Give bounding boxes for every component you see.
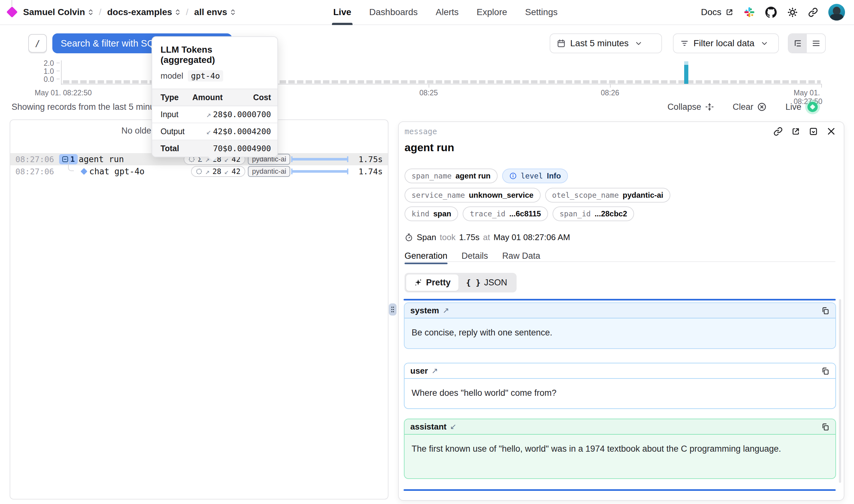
message-body: Where does "hello world" come from? [404, 379, 835, 408]
y-tick-0: 0.0 [35, 75, 54, 84]
collapse-box-icon [62, 156, 68, 162]
tab-alerts[interactable]: Alerts [436, 0, 459, 24]
x-label-start: May 01. 08:22:50 [35, 89, 92, 97]
y-axis-line [61, 60, 62, 85]
span-name: agent run [79, 155, 124, 164]
pill-span-name[interactable]: span_nameagent run [404, 168, 498, 183]
org-name: Samuel Colvin [23, 7, 85, 17]
duration-value: 1.74s [359, 167, 383, 176]
y-tick-mark [56, 71, 60, 71]
breadcrumb-org[interactable]: Samuel Colvin [23, 7, 93, 17]
output-arrow-icon: ↙ [224, 167, 229, 176]
logfire-app: Samuel Colvin / docs-examples / all envs… [0, 0, 854, 504]
collapse-button[interactable]: Collapse [668, 102, 714, 112]
y-tick-mark [56, 79, 60, 79]
x-tick-mark [429, 85, 429, 88]
output-arrow-icon: ↙ [206, 127, 211, 136]
attribute-pills-row-3: kindspan trace_id...6c8115 span_id...28c… [404, 206, 634, 221]
stopwatch-icon [404, 233, 413, 242]
pill-service-name[interactable]: service_nameunknown_service [404, 188, 541, 202]
token-coin-icon [196, 168, 202, 175]
chevron-updown-icon [231, 8, 235, 16]
braces-icon: { } [466, 278, 480, 287]
slack-icon[interactable] [744, 7, 755, 18]
chart-record-bar[interactable] [684, 65, 688, 84]
tab-generation[interactable]: Generation [404, 250, 448, 262]
role-label: user [410, 366, 428, 376]
pill-trace-id[interactable]: trace_id...6c8115 [462, 206, 548, 221]
span-name: chat gpt-4o [89, 167, 144, 176]
pretty-view-button[interactable]: Pretty [406, 274, 458, 291]
user-avatar[interactable] [828, 4, 845, 20]
pill-kind[interactable]: kindspan [404, 206, 458, 221]
col-cost: Cost [222, 89, 277, 106]
message-header: system ↗ [404, 303, 835, 319]
panel-resize-handle[interactable] [389, 303, 397, 316]
span-title: agent run [404, 141, 454, 154]
tab-live[interactable]: Live [333, 0, 351, 24]
copy-icon[interactable] [821, 422, 830, 431]
role-label: system [410, 306, 439, 316]
pill-span-id[interactable]: span_id...28cbc2 [552, 206, 634, 221]
copy-link-icon[interactable] [774, 127, 783, 136]
breadcrumb-env[interactable]: all envs [194, 7, 235, 17]
tree-view-button[interactable] [788, 34, 807, 53]
theme-sun-icon[interactable] [787, 7, 798, 18]
row-cost: $0.0004200 [222, 123, 277, 140]
github-icon[interactable] [765, 6, 777, 18]
tab-raw-data[interactable]: Raw Data [502, 250, 540, 262]
tab-details[interactable]: Details [462, 250, 488, 262]
attribute-pills-row-2: service_nameunknown_service otel_scope_n… [404, 188, 670, 202]
share-link-icon[interactable] [808, 7, 818, 17]
tab-explore[interactable]: Explore [477, 0, 507, 24]
calendar-icon [557, 39, 566, 48]
pill-otel-scope-name[interactable]: otel_scope_namepydantic-ai [545, 188, 670, 202]
list-view-toggle [788, 33, 826, 53]
row-amount: 70 [192, 140, 222, 157]
tab-dashboards[interactable]: Dashboards [369, 0, 418, 24]
row-timestamp: 08:27:06 [15, 167, 54, 176]
open-external-icon[interactable] [791, 127, 800, 136]
scope-tag[interactable]: pydantic-ai [248, 166, 290, 177]
pretty-json-toggle: Pretty { } JSON [404, 273, 516, 292]
json-view-button[interactable]: { } JSON [458, 274, 515, 291]
record-kind-label: message [404, 127, 437, 136]
tooltip-model-row: model gpt-4o [161, 70, 269, 82]
top-nav: Samuel Colvin / docs-examples / all envs… [0, 0, 854, 25]
time-range-select[interactable]: Last 5 minutes [550, 33, 662, 53]
row-type: Input [152, 106, 192, 123]
filter-icon [680, 39, 689, 48]
token-usage-pill[interactable]: ↗28 ↙42 [191, 166, 245, 177]
row-cost: $0.0004900 [222, 140, 277, 157]
duration-value: 1.75s [359, 155, 383, 164]
breadcrumb-project[interactable]: docs-examples [107, 7, 180, 17]
input-arrow-icon: ↗ [206, 110, 211, 119]
sparkle-icon [414, 278, 422, 287]
llm-tokens-tooltip: LLM Tokens (aggregated) model gpt-4o Typ… [151, 36, 278, 157]
docs-link[interactable]: Docs [701, 7, 733, 17]
pill-level[interactable]: levelInfo [502, 168, 568, 183]
tab-settings[interactable]: Settings [525, 0, 558, 24]
row-amount: ↙42 [192, 123, 222, 140]
live-label: Live [785, 102, 801, 112]
collapse-icon [705, 103, 714, 111]
chart-bar-cap [684, 61, 688, 65]
dock-panel-icon[interactable] [809, 127, 818, 136]
collapse-label: Collapse [668, 102, 701, 112]
trace-row-chat-gpt-4o[interactable]: 08:27:06 chat gpt-4o ↗28 ↙42 pydantic-ai… [10, 165, 388, 178]
flat-list-view-button[interactable] [807, 34, 825, 53]
logfire-logo-icon[interactable] [6, 6, 18, 18]
time-range-label: Last 5 minutes [570, 38, 629, 49]
copy-icon[interactable] [821, 366, 830, 375]
close-icon[interactable] [826, 126, 836, 136]
trace-list-panel: No older records 08:27:06 1 agent run Σ … [10, 120, 388, 500]
direction-arrow-icon: ↗ [432, 366, 438, 375]
filter-local-data-select[interactable]: Filter local data [673, 33, 779, 53]
copy-icon[interactable] [821, 306, 830, 315]
live-toggle[interactable]: Live [785, 100, 820, 114]
clear-button[interactable]: Clear [733, 102, 767, 112]
col-amount: Amount [192, 89, 222, 106]
panel-scrollbar[interactable] [839, 299, 841, 483]
logo-line [12, 0, 12, 6]
attribute-pills-row-1: span_nameagent run levelInfo [404, 168, 568, 183]
